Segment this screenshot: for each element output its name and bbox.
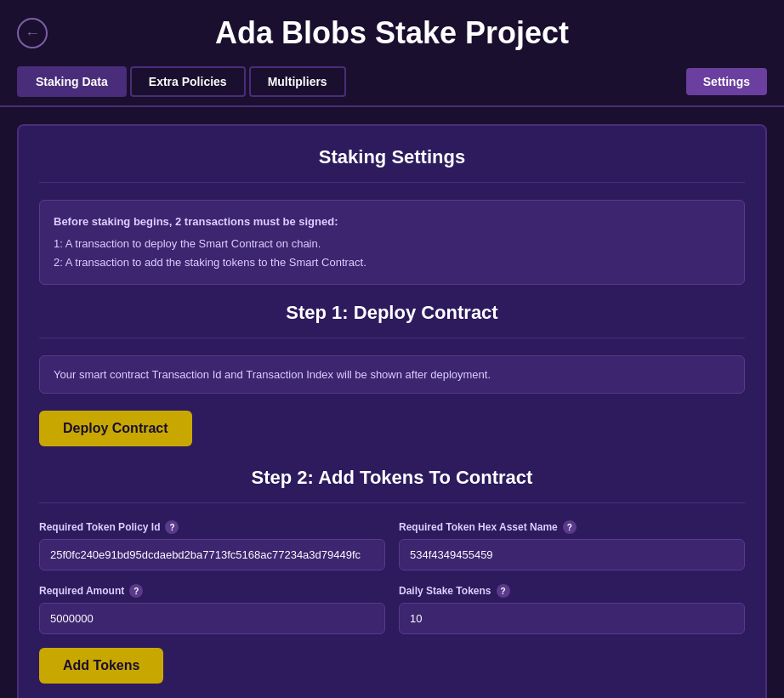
- info-box-title: Before staking begins, 2 transactions mu…: [54, 213, 730, 231]
- policy-id-field: Required Token Policy Id ?: [39, 520, 385, 570]
- nav-bar: Staking Data Extra Policies Multipliers …: [0, 66, 784, 107]
- step2-title: Step 2: Add Tokens To Contract: [39, 467, 745, 503]
- page-title: Ada Blobs Stake Project: [215, 15, 569, 51]
- settings-button[interactable]: Settings: [686, 68, 767, 95]
- policy-id-help-icon[interactable]: ?: [165, 520, 179, 534]
- required-amount-field: Required Amount ?: [39, 584, 385, 634]
- daily-stake-input[interactable]: [399, 603, 745, 634]
- policy-id-label: Required Token Policy Id ?: [39, 520, 385, 534]
- hex-asset-input[interactable]: [399, 539, 745, 570]
- required-amount-input[interactable]: [39, 603, 385, 634]
- hex-asset-field: Required Token Hex Asset Name ?: [399, 520, 745, 570]
- tab-multipliers[interactable]: Multipliers: [249, 66, 346, 97]
- step1-title: Step 1: Deploy Contract: [39, 302, 745, 338]
- deploy-info-text: Your smart contract Transaction Id and T…: [54, 368, 491, 381]
- form-grid-bottom: Required Amount ? Daily Stake Tokens ?: [39, 584, 745, 634]
- daily-stake-help-icon[interactable]: ?: [497, 584, 510, 598]
- policy-id-input[interactable]: [39, 539, 385, 570]
- tab-extra-policies[interactable]: Extra Policies: [130, 66, 246, 97]
- staking-info-box: Before staking begins, 2 transactions mu…: [39, 200, 745, 285]
- hex-asset-label: Required Token Hex Asset Name ?: [399, 520, 745, 534]
- staking-settings-title: Staking Settings: [39, 146, 745, 183]
- tab-staking-data[interactable]: Staking Data: [17, 66, 127, 97]
- daily-stake-field: Daily Stake Tokens ?: [399, 584, 745, 634]
- hex-asset-help-icon[interactable]: ?: [563, 520, 577, 534]
- staking-card: Staking Settings Before staking begins, …: [17, 124, 767, 698]
- daily-stake-label: Daily Stake Tokens ?: [399, 584, 745, 598]
- page-header: ← Ada Blobs Stake Project: [0, 0, 784, 66]
- form-grid-top: Required Token Policy Id ? Required Toke…: [39, 520, 745, 570]
- info-line-2: 2: A transaction to add the staking toke…: [54, 253, 730, 272]
- back-icon: ←: [25, 25, 40, 43]
- required-amount-label: Required Amount ?: [39, 584, 385, 598]
- deploy-info-box: Your smart contract Transaction Id and T…: [39, 355, 745, 394]
- main-content: Staking Settings Before staking begins, …: [0, 107, 784, 698]
- add-tokens-button[interactable]: Add Tokens: [39, 648, 163, 684]
- required-amount-help-icon[interactable]: ?: [129, 584, 143, 598]
- info-line-1: 1: A transaction to deploy the Smart Con…: [54, 235, 730, 253]
- nav-tabs: Staking Data Extra Policies Multipliers: [17, 66, 686, 97]
- back-button[interactable]: ←: [17, 18, 48, 48]
- deploy-contract-button[interactable]: Deploy Contract: [39, 411, 192, 446]
